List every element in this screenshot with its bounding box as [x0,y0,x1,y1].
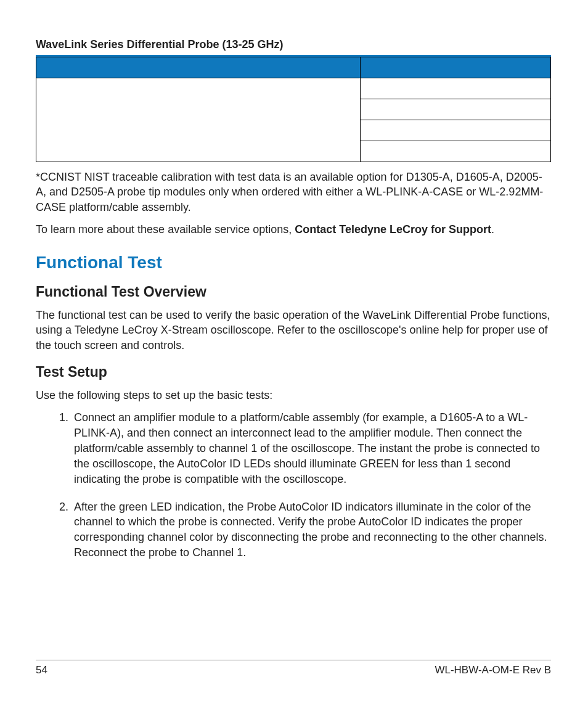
options-table [36,57,551,162]
overview-body: The functional test can be used to verif… [36,308,551,353]
learn-more-prefix: To learn more about these available serv… [36,223,295,236]
list-item: Connect an amplifier module to a platfor… [71,410,551,486]
section-title-functional-test: Functional Test [36,253,551,273]
table-cell [36,78,361,162]
learn-more-suffix: . [491,223,494,236]
table-cell [361,120,551,141]
learn-more-text: To learn more about these available serv… [36,222,551,237]
subsection-title-setup: Test Setup [36,364,551,380]
document-id: WL-HBW-A-OM-E Rev B [435,664,551,676]
subsection-title-overview: Functional Test Overview [36,284,551,300]
table-cell [361,141,551,162]
table-cell [361,78,551,99]
setup-intro: Use the following steps to set up the ba… [36,388,551,403]
list-item: After the green LED indication, the Prob… [71,499,551,560]
contact-support-bold: Contact Teledyne LeCroy for Support [295,223,491,236]
table-header-cell [361,57,551,78]
document-header: WaveLink Series Differential Probe (13-2… [36,38,551,55]
table-header-cell [36,57,361,78]
table-cell [361,99,551,120]
page-footer: 54 WL-HBW-A-OM-E Rev B [36,660,551,676]
setup-steps-list: Connect an amplifier module to a platfor… [36,410,551,560]
page-number: 54 [36,664,47,676]
footnote-text: *CCNIST NIST traceable calibration with … [36,170,551,215]
